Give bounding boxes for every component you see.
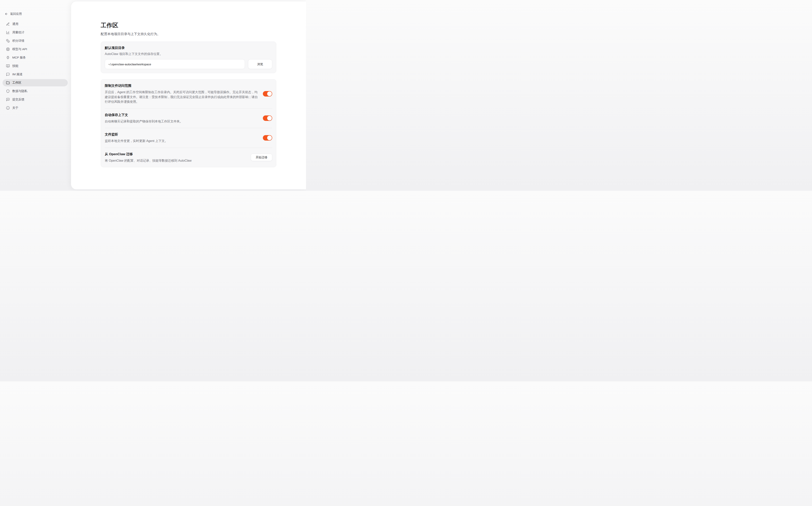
arrow-left-icon: [5, 12, 8, 16]
start-migration-button[interactable]: 开始迁移: [251, 154, 272, 161]
cpu-icon: [6, 48, 10, 51]
setting-row-migrate-openclaw: 从 OpenClaw 迁移 将 OpenClaw 的配置、对话记录、技能等数据迁…: [105, 148, 272, 167]
sidebar-nav: 通用 用量统计 积分详情 模型与 API MCP 服务 技能: [3, 20, 68, 113]
sidebar-item-label: 积分详情: [12, 39, 24, 43]
info-icon: [6, 106, 10, 110]
sidebar-item-label: MCP 服务: [12, 56, 26, 60]
sidebar-item-workspace[interactable]: 工作区: [3, 79, 68, 86]
row-description: 开启后，Agent 的工作空间将限制在工作目录内。关闭后可访问更大范围，可能导致…: [105, 90, 259, 104]
shield-icon: [6, 89, 10, 93]
sidebar-item-label: 用量统计: [12, 30, 24, 34]
plug-icon: [6, 56, 10, 60]
folder-icon: [6, 81, 10, 85]
setting-row-restrict-file-access: 限制文件访问范围 开启后，Agent 的工作空间将限制在工作目录内。关闭后可访问…: [105, 79, 272, 108]
settings-sidebar: 返回应用 通用 用量统计 积分详情 模型与 API MCP 服务: [0, 0, 71, 191]
sidebar-item-skills[interactable]: 技能: [3, 62, 68, 70]
default-directory-description: AutoClaw 项目和上下文文件的保存位置。: [105, 52, 272, 56]
setting-row-auto-save-context: 自动保存上下文 自动将聊天记录和提取的产物保存到本地工作区文件夹。: [105, 109, 272, 128]
browse-button[interactable]: 浏览: [248, 59, 272, 69]
row-description: 将 OpenClaw 的配置、对话记录、技能等数据迁移到 AutoClaw: [105, 158, 247, 163]
row-title: 限制文件访问范围: [105, 83, 259, 88]
directory-input-row: 浏览: [105, 59, 272, 69]
row-title: 从 OpenClaw 迁移: [105, 152, 247, 157]
restrict-file-access-toggle[interactable]: [263, 91, 272, 96]
page-subtitle: 配置本地项目目录与上下文持久化行为。: [101, 31, 276, 37]
sidebar-item-usage-stats[interactable]: 用量统计: [3, 29, 68, 36]
default-directory-card: 默认项目目录 AutoClaw 项目和上下文文件的保存位置。 浏览: [101, 41, 276, 73]
message-square-icon: [6, 73, 10, 76]
workspace-path-input[interactable]: [105, 59, 245, 69]
sidebar-item-label: 通用: [12, 22, 18, 26]
sidebar-item-label: 数据与隐私: [12, 89, 27, 93]
back-to-app-button[interactable]: 返回应用: [5, 12, 22, 16]
toggle-knob: [267, 116, 272, 120]
setting-row-file-watch: 文件监听 监听本地文件变更，实时更新 Agent 上下文。: [105, 128, 272, 148]
book-open-icon: [6, 64, 10, 68]
sidebar-item-general[interactable]: 通用: [3, 20, 68, 28]
sidebar-item-label: 技能: [12, 64, 18, 68]
sidebar-item-label: IM 频道: [12, 72, 23, 76]
back-to-app-label: 返回应用: [10, 12, 22, 16]
sidebar-item-label: 关于: [12, 106, 18, 110]
sidebar-item-label: 提交反馈: [12, 97, 24, 102]
workspace-settings-panel: 工作区 配置本地项目目录与上下文持久化行为。 默认项目目录 AutoClaw 项…: [71, 1, 306, 189]
pencil-icon: [6, 22, 10, 26]
sidebar-item-im-channels[interactable]: IM 频道: [3, 71, 68, 78]
workspace-options-card: 限制文件访问范围 开启后，Agent 的工作空间将限制在工作目录内。关闭后可访问…: [101, 79, 276, 167]
coins-icon: [6, 39, 10, 43]
sidebar-item-models-api[interactable]: 模型与 API: [3, 46, 68, 53]
message-plus-icon: [6, 98, 10, 101]
auto-save-context-toggle[interactable]: [263, 115, 272, 121]
default-directory-title: 默认项目目录: [105, 46, 272, 50]
toggle-knob: [267, 91, 272, 96]
sidebar-item-mcp-services[interactable]: MCP 服务: [3, 54, 68, 61]
bar-chart-icon: [6, 30, 10, 34]
toggle-knob: [267, 136, 272, 140]
sidebar-item-label: 工作区: [12, 81, 21, 85]
sidebar-item-label: 模型与 API: [12, 47, 27, 51]
sidebar-item-about[interactable]: 关于: [3, 104, 68, 111]
row-description: 自动将聊天记录和提取的产物保存到本地工作区文件夹。: [105, 119, 259, 124]
row-description: 监听本地文件变更，实时更新 Agent 上下文。: [105, 139, 259, 144]
file-watch-toggle[interactable]: [263, 135, 272, 141]
row-title: 自动保存上下文: [105, 113, 259, 117]
page-title: 工作区: [101, 22, 276, 29]
sidebar-item-data-privacy[interactable]: 数据与隐私: [3, 88, 68, 95]
sidebar-item-credits[interactable]: 积分详情: [3, 37, 68, 45]
sidebar-item-feedback[interactable]: 提交反馈: [3, 96, 68, 103]
row-title: 文件监听: [105, 132, 259, 137]
